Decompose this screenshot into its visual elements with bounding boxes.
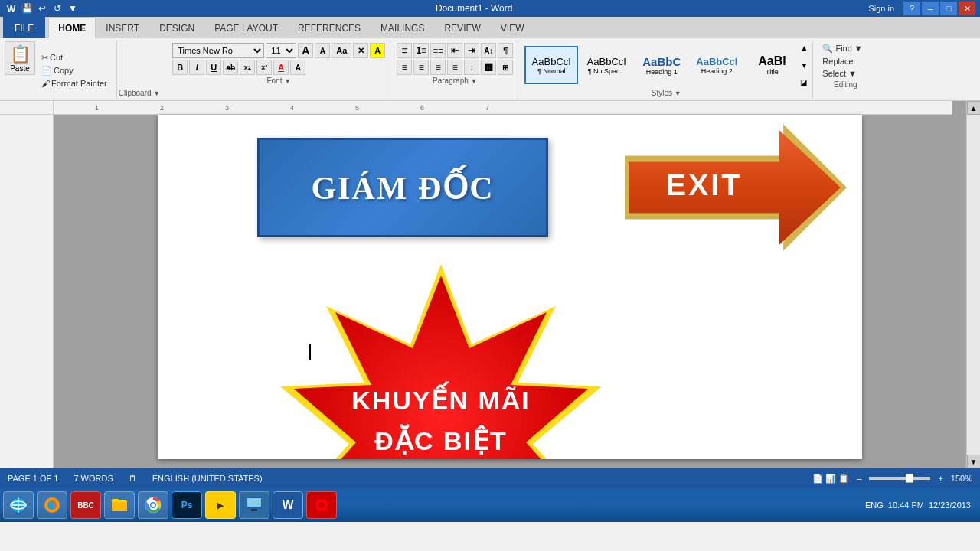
font-color-button[interactable]: A [273, 60, 289, 75]
align-left-button[interactable]: ≡ [397, 60, 412, 75]
format-painter-button[interactable]: 🖌 Format Painter [38, 78, 110, 89]
shrink-font-button[interactable]: A [315, 43, 330, 58]
customize-qat-button[interactable]: ▼ [66, 2, 80, 15]
help-button[interactable]: ? [903, 2, 920, 15]
copy-icon: 📄 [41, 66, 52, 76]
giam-doc-shape[interactable]: GIÁM ĐỐC [257, 138, 548, 237]
find-button[interactable]: 🔍 Find ▼ [819, 43, 865, 54]
style-heading1-label: Heading 1 [646, 68, 678, 76]
numbering-button[interactable]: 1≡ [413, 43, 429, 58]
taskbar-firefox-icon[interactable] [37, 491, 67, 519]
zoom-slider[interactable] [869, 477, 930, 480]
svg-text:KHUYẾN MÃI: KHUYẾN MÃI [351, 381, 531, 415]
clear-format-button[interactable]: ✕ [353, 43, 368, 58]
increase-indent-button[interactable]: ⇥ [464, 43, 479, 58]
borders-button[interactable]: ⊞ [498, 60, 513, 75]
styles-down-icon[interactable]: ▼ [800, 61, 808, 70]
language[interactable]: ENGLISH (UNITED STATES) [152, 474, 263, 483]
clock-date: 12/23/2013 [929, 500, 971, 510]
taskbar-bbc-icon[interactable]: BBC [70, 491, 101, 519]
taskbar-app5-icon[interactable]: ▶ [205, 491, 236, 519]
zoom-in-icon[interactable]: + [938, 474, 942, 483]
svg-text:EXIT: EXIT [666, 168, 743, 201]
subscript-button[interactable]: x₂ [240, 60, 255, 75]
tab-review[interactable]: REVIEW [434, 17, 490, 38]
multilevel-list-button[interactable]: ≡≡ [430, 43, 446, 58]
page-info: PAGE 1 OF 1 [8, 474, 58, 483]
replace-button[interactable]: Replace [819, 56, 856, 67]
superscript-button[interactable]: x² [256, 60, 272, 75]
style-normal[interactable]: AaBbCcI ¶ Normal [524, 46, 578, 84]
font-name-select[interactable]: Times New Ro [172, 43, 264, 58]
zoom-out-icon[interactable]: – [857, 474, 861, 483]
style-title[interactable]: AaBl Title [745, 46, 799, 84]
svg-text:ĐẶC BIỆT: ĐẶC BIỆT [374, 424, 507, 455]
decrease-indent-button[interactable]: ⇤ [447, 43, 462, 58]
scroll-down-button[interactable]: ▼ [967, 455, 981, 468]
save-qat-button[interactable]: 💾 [20, 2, 34, 15]
taskbar-record-icon[interactable] [306, 491, 337, 519]
strikethrough-button[interactable]: ab [223, 60, 238, 75]
align-center-button[interactable]: ≡ [413, 60, 429, 75]
undo-qat-button[interactable]: ↩ [35, 2, 49, 15]
clock-time: 10:44 PM [888, 500, 924, 510]
restore-button[interactable]: □ [940, 2, 957, 15]
taskbar-app6-icon[interactable] [239, 491, 270, 519]
text-effects-button[interactable]: A [290, 60, 305, 75]
styles-up-icon[interactable]: ▲ [800, 44, 808, 52]
bullets-button[interactable]: ≡ [397, 43, 412, 58]
font-size-select[interactable]: 11 [266, 43, 296, 58]
cut-button[interactable]: ✂ Cut [38, 52, 110, 64]
taskbar-folder-icon[interactable] [104, 491, 135, 519]
sort-button[interactable]: A↕ [481, 43, 496, 58]
editing-section-label: Editing [819, 80, 871, 89]
styles-expand-icon[interactable]: ◪ [800, 78, 808, 86]
scroll-track[interactable] [967, 115, 980, 455]
taskbar-photoshop-icon[interactable]: Ps [172, 491, 202, 519]
starburst-shape[interactable]: KHUYẾN MÃI ĐẶC BIỆT [234, 260, 648, 459]
shading-button[interactable]: 🅰 [481, 60, 496, 75]
select-button[interactable]: Select ▼ [819, 68, 860, 79]
tab-references[interactable]: REFERENCES [288, 17, 371, 38]
taskbar-word-icon[interactable]: W [273, 491, 303, 519]
style-heading2[interactable]: AaBbCcI Heading 2 [690, 46, 743, 84]
bold-button[interactable]: B [172, 60, 188, 75]
tab-design[interactable]: DESIGN [149, 17, 204, 38]
tab-file[interactable]: FILE [3, 17, 45, 38]
clipboard-section-label: Clipboard ▼ [119, 87, 167, 99]
taskbar: BBC Ps ▶ W ENG 10:44 PM 12/23/2013 [0, 488, 980, 522]
text-highlight-button[interactable]: A [370, 43, 385, 58]
style-heading1[interactable]: AaBbC Heading 1 [635, 46, 688, 84]
show-formatting-button[interactable]: ¶ [498, 43, 513, 58]
scroll-up-button[interactable]: ▲ [967, 101, 981, 115]
vertical-scrollbar[interactable]: ▲ ▼ [966, 101, 980, 468]
tab-page-layout[interactable]: PAGE LAYOUT [204, 17, 288, 38]
tab-view[interactable]: VIEW [491, 17, 534, 38]
svg-point-24 [318, 502, 325, 508]
justify-button[interactable]: ≡ [447, 60, 462, 75]
redo-qat-button[interactable]: ↺ [51, 2, 64, 15]
taskbar-chrome-icon[interactable] [138, 491, 168, 519]
tab-insert[interactable]: INSERT [96, 17, 149, 38]
tab-home[interactable]: HOME [48, 17, 96, 38]
underline-button[interactable]: U [206, 60, 221, 75]
change-case-button[interactable]: Aa [332, 43, 351, 58]
copy-button[interactable]: 📄 Copy [38, 65, 110, 77]
paste-button[interactable]: 📋 Paste [5, 41, 35, 75]
grow-font-button[interactable]: A [298, 43, 313, 58]
sign-in-link[interactable]: Sign in [868, 4, 894, 13]
document-page[interactable]: GIÁM ĐỐC EX [158, 115, 862, 459]
tab-mailings[interactable]: MAILINGS [371, 17, 434, 38]
style-no-spacing[interactable]: AaBbCcI ¶ No Spac... [580, 46, 633, 84]
copy-label: Copy [54, 66, 74, 75]
exit-arrow-shape[interactable]: EXIT [625, 119, 847, 256]
quick-access-toolbar: W 💾 ↩ ↺ ▼ Document1 - Word Sign in ? – □… [0, 0, 980, 17]
taskbar-ie-icon[interactable] [3, 491, 34, 519]
close-button[interactable]: ✕ [959, 2, 975, 15]
line-spacing-button[interactable]: ↕ [464, 60, 479, 75]
style-title-label: Title [766, 68, 779, 76]
minimize-button[interactable]: – [922, 2, 939, 15]
italic-button[interactable]: I [189, 60, 204, 75]
align-right-button[interactable]: ≡ [430, 60, 446, 75]
styles-scroll[interactable]: ▲ ▼ ◪ [800, 44, 808, 86]
